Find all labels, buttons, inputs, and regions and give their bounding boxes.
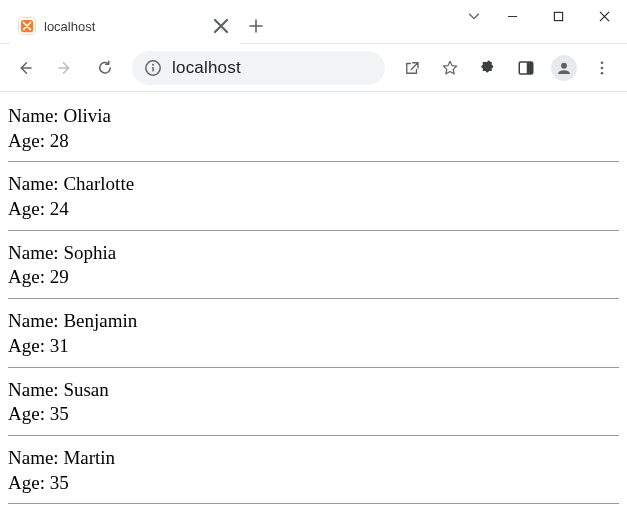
age-value: 24 [50, 198, 69, 219]
svg-point-7 [561, 62, 567, 68]
arrow-right-icon [56, 59, 74, 77]
age-label: Age: [8, 403, 50, 424]
close-tab-button[interactable] [212, 17, 230, 35]
browser-toolbar: localhost [0, 44, 627, 92]
name-value: Olivia [63, 105, 111, 126]
kebab-icon [593, 59, 611, 77]
name-value: Charlotte [63, 173, 134, 194]
record-name-line: Name: Charlotte [8, 172, 619, 197]
name-label: Name: [8, 242, 63, 263]
browser-tab[interactable]: localhost [10, 8, 240, 44]
age-label: Age: [8, 472, 50, 493]
age-value: 28 [50, 130, 69, 151]
name-label: Name: [8, 447, 63, 468]
chevron-down-icon [467, 9, 481, 23]
plus-icon [248, 18, 264, 34]
record-item: Name: SophiaAge: 29 [8, 237, 619, 296]
record-separator [8, 435, 619, 436]
share-icon [403, 59, 421, 77]
svg-point-10 [601, 71, 604, 74]
record-age-line: Age: 24 [8, 197, 619, 222]
star-icon [441, 59, 459, 77]
bookmark-button[interactable] [433, 51, 467, 85]
record-age-line: Age: 29 [8, 265, 619, 290]
arrow-left-icon [16, 59, 34, 77]
age-label: Age: [8, 335, 50, 356]
xampp-favicon-icon [18, 17, 36, 35]
age-value: 29 [50, 266, 69, 287]
record-age-line: Age: 28 [8, 129, 619, 154]
tab-search-button[interactable] [459, 0, 489, 32]
name-label: Name: [8, 173, 63, 194]
age-value: 35 [50, 472, 69, 493]
avatar-icon [551, 55, 577, 81]
record-name-line: Name: Sophia [8, 241, 619, 266]
name-label: Name: [8, 379, 63, 400]
name-value: Sophia [63, 242, 116, 263]
record-separator [8, 161, 619, 162]
svg-rect-4 [152, 66, 153, 71]
svg-point-9 [601, 66, 604, 69]
side-panel-button[interactable] [509, 51, 543, 85]
record-age-line: Age: 31 [8, 334, 619, 359]
profile-button[interactable] [547, 51, 581, 85]
name-value: Martin [63, 447, 115, 468]
minimize-button[interactable] [489, 0, 535, 32]
record-name-line: Name: Martin [8, 446, 619, 471]
menu-button[interactable] [585, 51, 619, 85]
age-value: 35 [50, 403, 69, 424]
record-item: Name: MartinAge: 35 [8, 442, 619, 501]
name-label: Name: [8, 310, 63, 331]
record-age-line: Age: 35 [8, 471, 619, 496]
forward-button[interactable] [48, 51, 82, 85]
record-item: Name: BenjaminAge: 31 [8, 305, 619, 364]
site-info-button[interactable] [144, 59, 162, 77]
record-name-line: Name: Susan [8, 378, 619, 403]
record-item: Name: OliviaAge: 28 [8, 100, 619, 159]
record-separator [8, 367, 619, 368]
back-button[interactable] [8, 51, 42, 85]
record-item: Name: SusanAge: 35 [8, 374, 619, 433]
window-titlebar: localhost [0, 0, 627, 44]
record-separator [8, 230, 619, 231]
svg-point-3 [152, 63, 154, 65]
close-icon [599, 11, 610, 22]
age-label: Age: [8, 198, 50, 219]
name-value: Susan [63, 379, 108, 400]
tab-title: localhost [44, 19, 204, 34]
new-tab-button[interactable] [240, 8, 272, 43]
reload-icon [96, 59, 114, 77]
record-separator [8, 298, 619, 299]
age-value: 31 [50, 335, 69, 356]
minimize-icon [507, 11, 518, 22]
record-separator [8, 503, 619, 504]
svg-rect-6 [527, 62, 533, 74]
page-content: Name: OliviaAge: 28Name: CharlotteAge: 2… [0, 92, 627, 520]
record-item: Name: CharlotteAge: 24 [8, 168, 619, 227]
maximize-button[interactable] [535, 0, 581, 32]
extensions-button[interactable] [471, 51, 505, 85]
address-text: localhost [172, 58, 373, 78]
side-panel-icon [517, 59, 535, 77]
close-icon [212, 17, 230, 35]
close-window-button[interactable] [581, 0, 627, 32]
address-bar[interactable]: localhost [132, 51, 385, 85]
record-name-line: Name: Benjamin [8, 309, 619, 334]
record-age-line: Age: 35 [8, 402, 619, 427]
window-controls [489, 0, 627, 43]
svg-rect-1 [554, 12, 562, 20]
maximize-icon [553, 11, 564, 22]
svg-point-8 [601, 61, 604, 64]
age-label: Age: [8, 266, 50, 287]
age-label: Age: [8, 130, 50, 151]
record-name-line: Name: Olivia [8, 104, 619, 129]
name-value: Benjamin [63, 310, 137, 331]
puzzle-icon [479, 59, 497, 77]
share-button[interactable] [395, 51, 429, 85]
reload-button[interactable] [88, 51, 122, 85]
name-label: Name: [8, 105, 63, 126]
info-icon [144, 59, 162, 77]
